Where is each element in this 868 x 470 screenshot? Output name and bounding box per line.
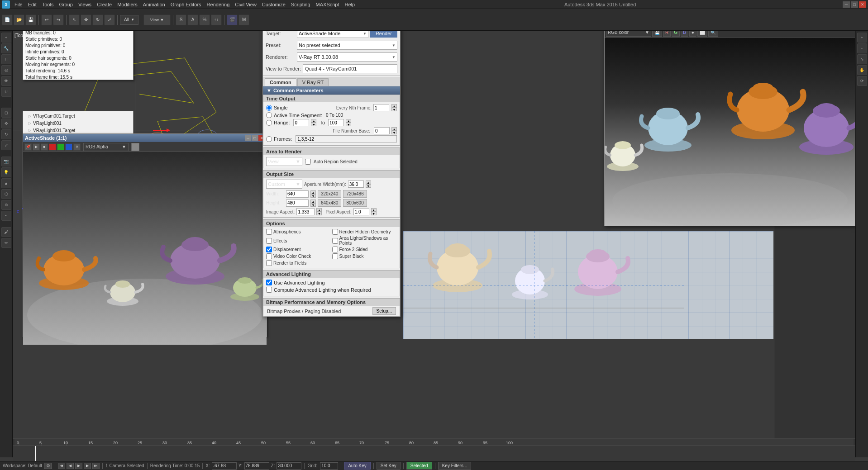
menu-modifiers[interactable]: Modifiers bbox=[114, 1, 140, 8]
spacewarp-tool[interactable]: ~ bbox=[1, 211, 11, 221]
rs-pixaspect-value[interactable] bbox=[353, 208, 369, 215]
rs-filenum-down[interactable]: ▼ bbox=[391, 131, 397, 134]
zoom-out-btn[interactable]: - bbox=[857, 43, 867, 53]
rotate-tool[interactable]: ↻ bbox=[1, 129, 11, 139]
rs-auto-region-check[interactable] bbox=[305, 159, 311, 165]
rs-aperture-up[interactable]: ▲ bbox=[366, 180, 371, 184]
rs-nth-up[interactable]: ▲ bbox=[391, 104, 397, 108]
as-pin[interactable]: 📌 bbox=[24, 143, 32, 151]
menu-tools[interactable]: Tools bbox=[39, 1, 57, 8]
rs-frames-radio[interactable] bbox=[266, 136, 272, 142]
view-dropdown[interactable]: View ▼ bbox=[143, 14, 171, 25]
as-play[interactable]: ▶ bbox=[33, 143, 40, 151]
as-blue-btn[interactable] bbox=[65, 143, 72, 151]
rs-range-radio[interactable] bbox=[266, 120, 272, 126]
as-minimize[interactable]: ─ bbox=[245, 135, 251, 141]
as-red-btn[interactable] bbox=[49, 143, 56, 151]
rs-opt-2s-check[interactable] bbox=[332, 247, 338, 252]
render-btn[interactable]: 🎬 bbox=[227, 14, 238, 25]
play-prev-btn[interactable]: ⏮ bbox=[58, 463, 65, 469]
motion-tool[interactable]: ◎ bbox=[1, 65, 11, 75]
new-btn[interactable]: 📄 bbox=[2, 14, 13, 25]
rs-opt-sb-check[interactable] bbox=[332, 253, 338, 259]
snap-btn[interactable]: S bbox=[176, 14, 186, 25]
reference-dropdown[interactable]: All ▼ bbox=[120, 15, 138, 25]
rs-preset-640x480[interactable]: 640x480 bbox=[318, 199, 341, 207]
save-btn[interactable]: 💾 bbox=[25, 14, 36, 25]
zoom-in-btn[interactable]: + bbox=[857, 33, 867, 43]
menu-group[interactable]: Group bbox=[56, 1, 76, 8]
redo-btn[interactable]: ↪ bbox=[53, 14, 64, 25]
z-value-input[interactable] bbox=[277, 462, 301, 470]
as-color-dropdown[interactable]: RGB Alpha ▼ bbox=[83, 143, 129, 151]
rs-active-radio[interactable] bbox=[266, 112, 272, 118]
menu-create[interactable]: Create bbox=[94, 1, 114, 8]
rs-use-adv-check[interactable] bbox=[266, 280, 272, 285]
scene-tree-item-2[interactable]: ▷ VRayLight001.Target bbox=[25, 127, 131, 134]
rs-imgaspect-value[interactable] bbox=[296, 208, 315, 215]
material-btn[interactable]: M bbox=[238, 14, 249, 25]
rs-bitmap-setup-btn[interactable]: Setup... bbox=[372, 307, 396, 315]
workspace-settings-btn[interactable]: ⚙ bbox=[44, 463, 52, 469]
as-green-btn[interactable] bbox=[57, 143, 64, 151]
rs-opt-fx-check[interactable] bbox=[266, 238, 272, 244]
light-tool[interactable]: 💡 bbox=[1, 167, 11, 177]
rs-preset-800x600[interactable]: 800x600 bbox=[343, 199, 367, 207]
camera-tool[interactable]: 📷 bbox=[1, 157, 11, 166]
scene-tree-item-0[interactable]: ▷ VRayCam001.Target bbox=[25, 112, 131, 119]
rs-range-to-down[interactable]: ▼ bbox=[346, 123, 351, 126]
percent-snap-btn[interactable]: % bbox=[199, 14, 210, 25]
move-btn[interactable]: ✥ bbox=[81, 14, 91, 25]
frame-prev-btn[interactable]: ◀ bbox=[67, 463, 74, 469]
rs-area-dropdown[interactable]: View ▼ bbox=[266, 157, 302, 166]
menu-grapheditors[interactable]: Graph Editors bbox=[168, 1, 204, 8]
grid-value-input[interactable] bbox=[320, 462, 338, 470]
rs-filenum-value[interactable] bbox=[374, 127, 390, 134]
rs-single-radio[interactable] bbox=[266, 105, 272, 111]
undo-btn[interactable]: ↩ bbox=[41, 14, 52, 25]
shape-tool[interactable]: ⬡ bbox=[1, 189, 11, 199]
rs-opt-hidden-check[interactable] bbox=[332, 229, 338, 235]
rs-height-value[interactable] bbox=[286, 199, 309, 207]
scale-btn[interactable]: ⤢ bbox=[104, 14, 115, 25]
rs-height-down[interactable]: ▼ bbox=[310, 203, 316, 207]
hierarchy-tool[interactable]: H bbox=[1, 54, 11, 64]
rs-renderer-dropdown[interactable]: V-Ray RT 3.00.08 ▼ bbox=[297, 52, 397, 62]
scene-tree-item-1[interactable]: ▷ VRayLight001 bbox=[25, 119, 131, 127]
rs-aspect-up[interactable]: ▲ bbox=[316, 208, 322, 212]
spinner-snap-btn[interactable]: ↑↓ bbox=[211, 14, 222, 25]
utilities-tool[interactable]: U bbox=[1, 87, 11, 97]
rotate-btn[interactable]: ↻ bbox=[92, 14, 103, 25]
helper-tool[interactable]: ⊕ bbox=[1, 200, 11, 210]
rs-range-from-down[interactable]: ▼ bbox=[311, 123, 316, 126]
menu-views[interactable]: Views bbox=[76, 1, 94, 8]
menu-animation[interactable]: Animation bbox=[140, 1, 168, 8]
rs-opt-vc-check[interactable] bbox=[266, 253, 272, 259]
menu-help[interactable]: Help bbox=[342, 1, 358, 8]
menu-rendering[interactable]: Rendering bbox=[204, 1, 233, 8]
scale-tool[interactable]: ⤢ bbox=[1, 140, 11, 150]
rs-tab-common[interactable]: Common bbox=[265, 78, 296, 86]
menu-customize[interactable]: Customize bbox=[259, 1, 288, 8]
rs-aperture-value[interactable] bbox=[348, 180, 364, 188]
create-tool[interactable]: + bbox=[1, 33, 11, 43]
rs-filenum-up[interactable]: ▲ bbox=[391, 127, 397, 131]
rs-range-from-up[interactable]: ▲ bbox=[311, 119, 316, 123]
timeline-track[interactable] bbox=[13, 446, 855, 461]
display-tool[interactable]: 👁 bbox=[1, 76, 11, 86]
menu-maxscript[interactable]: MAXScript bbox=[313, 1, 342, 8]
auto-key-btn[interactable]: Auto Key bbox=[344, 462, 371, 470]
rs-aspect-down[interactable]: ▼ bbox=[316, 212, 322, 215]
rs-height-up[interactable]: ▲ bbox=[310, 199, 316, 203]
rs-opt-rf-check[interactable] bbox=[266, 260, 272, 266]
modify-tool[interactable]: 🔧 bbox=[1, 43, 11, 53]
rs-aperture-down[interactable]: ▼ bbox=[366, 184, 371, 188]
play-next-btn[interactable]: ⏭ bbox=[92, 463, 100, 469]
rs-nth-down[interactable]: ▼ bbox=[391, 108, 397, 111]
select-btn[interactable]: ↖ bbox=[69, 14, 80, 25]
rs-preset-320x240[interactable]: 320x240 bbox=[318, 190, 341, 198]
rs-opt-disp-check[interactable] bbox=[266, 247, 272, 252]
menu-scripting[interactable]: Scripting bbox=[288, 1, 313, 8]
rs-tab-vray[interactable]: V-Ray RT bbox=[297, 78, 329, 86]
play-btn[interactable]: ▶ bbox=[75, 463, 82, 469]
